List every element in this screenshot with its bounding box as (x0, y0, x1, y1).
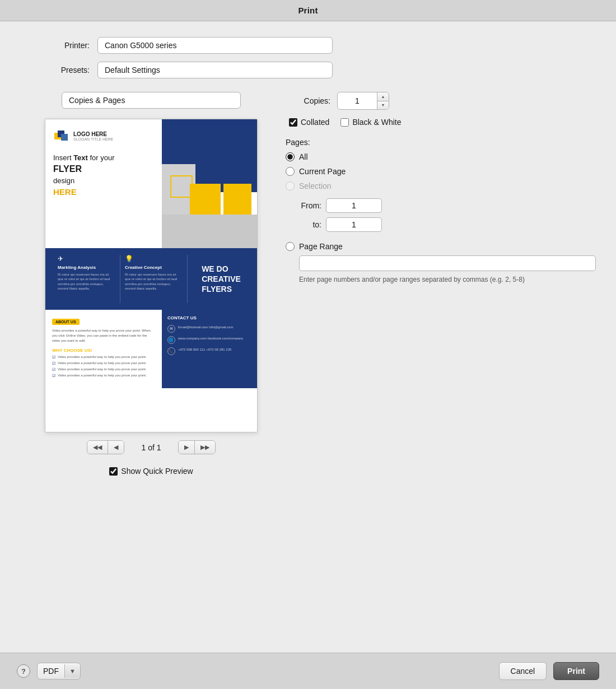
printer-select[interactable]: Canon G5000 series (97, 37, 333, 54)
flyer-mid-marketing: ✈ Markting Analysis Ri netur qui reserna… (53, 255, 120, 303)
all-radio[interactable] (286, 152, 295, 161)
quick-preview-checkbox-item[interactable]: Show Quick Preview (109, 467, 193, 476)
shape-blue-small (162, 119, 195, 164)
why-check-2: ☑ (52, 361, 55, 366)
print-button[interactable]: Print (553, 662, 599, 680)
page-range-input[interactable] (299, 255, 596, 271)
marketing-title: Markting Analysis (58, 265, 115, 270)
logo-title: LOGO HERE (73, 131, 113, 137)
collated-label: Collated (301, 118, 329, 127)
quick-preview-row: Show Quick Preview (109, 467, 193, 476)
settings-panel: Copies: ▲ ▼ Collated Black & White (286, 92, 582, 653)
copies-decrement-button[interactable]: ▼ (377, 101, 389, 110)
contact-phone-item: 📞 +972 599 000 111 +972 08 281 235 (167, 347, 251, 355)
all-radio-label: All (299, 152, 308, 161)
nav-last-button[interactable]: ▶▶ (195, 441, 215, 454)
shape-blue-main (195, 119, 257, 192)
title-bar: Print (0, 0, 616, 21)
to-row: to: (299, 217, 582, 232)
logo-row: LOGO HERE SLOGAN TITLE HERE (53, 128, 154, 144)
copies-increment-button[interactable]: ▲ (377, 92, 389, 101)
why-item-2: ☑ Video provides a powerful way to help … (52, 361, 155, 366)
printer-select-wrapper: Canon G5000 series (97, 37, 333, 54)
flyer-bottom: ABOUT US Video provides a powerful way t… (45, 310, 257, 388)
bw-checkbox[interactable] (340, 118, 349, 127)
copies-input[interactable] (338, 92, 377, 109)
contact-email-item: ✉ Email@hotmail.com Info@gmail.com (167, 325, 251, 333)
presets-label: Presets: (34, 66, 90, 75)
from-input[interactable] (326, 198, 382, 213)
flyer-headline: Insert Text for your FLYER design HERE (53, 153, 154, 198)
shape-yellow-1 (223, 184, 251, 215)
quick-preview-checkbox[interactable] (109, 467, 118, 476)
flyer-right-top (162, 119, 257, 248)
selection-label: Selection (299, 181, 332, 190)
creative-text: Ri netur qui resernam faces ma sit que r… (125, 272, 183, 291)
collated-checkbox-item[interactable]: Collated (289, 118, 329, 127)
presets-select-wrapper: Default Settings (97, 62, 333, 78)
presets-select[interactable]: Default Settings (97, 62, 333, 78)
creative-icon: 💡 (125, 255, 183, 263)
to-label: to: (299, 220, 321, 229)
page-range-radio-item[interactable]: Page Range (286, 242, 582, 251)
current-page-radio[interactable] (286, 167, 295, 176)
cancel-button[interactable]: Cancel (499, 662, 547, 680)
section-select[interactable]: Copies & Pages (62, 92, 241, 109)
nav-next-last-group: ▶ ▶▶ (178, 440, 216, 454)
quick-preview-label: Show Quick Preview (121, 467, 193, 476)
checkbox-row: Collated Black & White (286, 118, 582, 127)
current-page-radio-item[interactable]: Current Page (286, 167, 582, 176)
logo-text: LOGO HERE SLOGAN TITLE HERE (73, 131, 113, 141)
why-title: WHY CHOOSE US! (52, 348, 155, 353)
web-icon: 🌐 (167, 336, 175, 344)
help-button[interactable]: ? (17, 664, 30, 678)
flyer-preview: LOGO HERE SLOGAN TITLE HERE Insert Text … (45, 119, 258, 432)
nav-first-button[interactable]: ◀◀ (87, 441, 108, 454)
svg-rect-2 (61, 134, 68, 141)
flyer-about: ABOUT US Video provides a powerful way t… (45, 310, 162, 388)
dialog-content: Printer: Canon G5000 series Presets: Def… (0, 21, 616, 653)
nav-next-button[interactable]: ▶ (179, 441, 195, 454)
preview-panel: Copies & Pages (34, 92, 269, 653)
flyer-mid-creative: 💡 Creative Concept Ri netur qui resernam… (120, 255, 188, 303)
email-icon: ✉ (167, 325, 175, 333)
printer-label: Printer: (34, 41, 90, 50)
all-radio-item[interactable]: All (286, 152, 582, 161)
page-range-label: Page Range (299, 242, 343, 251)
nav-prev-button[interactable]: ◀ (108, 441, 124, 454)
pages-section-label: Pages: (286, 138, 582, 147)
we-do-text: WE DO CREATIVE FLYERS (202, 264, 241, 295)
from-row: From: (299, 198, 582, 213)
shape-yellow-2 (190, 184, 221, 215)
marketing-icon: ✈ (58, 255, 115, 263)
flyer-we-do: WE DO CREATIVE FLYERS (188, 255, 249, 303)
copies-input-wrapper: ▲ ▼ (337, 92, 389, 110)
pdf-dropdown-icon[interactable]: ▼ (64, 664, 80, 678)
selection-radio[interactable] (286, 181, 295, 190)
contact-email: Email@hotmail.com Info@gmail.com (178, 325, 234, 329)
copies-label: Copies: (286, 96, 330, 105)
flyer-yellow: HERE (53, 187, 77, 197)
why-check-3: ☑ (52, 367, 55, 372)
page-range-radio[interactable] (286, 242, 295, 251)
from-to-section: From: to: (299, 198, 582, 236)
bottom-bar: ? PDF ▼ Cancel Print (0, 653, 616, 689)
logo-sub: SLOGAN TITLE HERE (73, 137, 113, 141)
contact-web-item: 🌐 www.company.com facebook.com/company (167, 336, 251, 344)
to-input[interactable] (326, 217, 382, 232)
why-item-3: ☑ Video provides a powerful way to help … (52, 367, 155, 372)
selection-radio-item[interactable]: Selection (286, 181, 582, 190)
section-select-wrapper: Copies & Pages (62, 92, 241, 109)
flyer-contact: CONTACT US ✉ Email@hotmail.com Info@gmai… (162, 310, 257, 388)
from-label: From: (299, 201, 321, 210)
section-dropdown-row: Copies & Pages (34, 92, 269, 109)
bw-checkbox-item[interactable]: Black & White (340, 118, 401, 127)
creative-title: Creative Concept (125, 265, 183, 270)
why-item-1: ☑ Video provides a powerful way to help … (52, 355, 155, 360)
pdf-button[interactable]: PDF ▼ (37, 663, 81, 679)
flyer-bold: FLYER (53, 164, 82, 174)
bw-label: Black & White (352, 118, 401, 127)
copies-row: Copies: ▲ ▼ (286, 92, 582, 110)
phone-icon: 📞 (167, 347, 175, 355)
collated-checkbox[interactable] (289, 118, 297, 127)
